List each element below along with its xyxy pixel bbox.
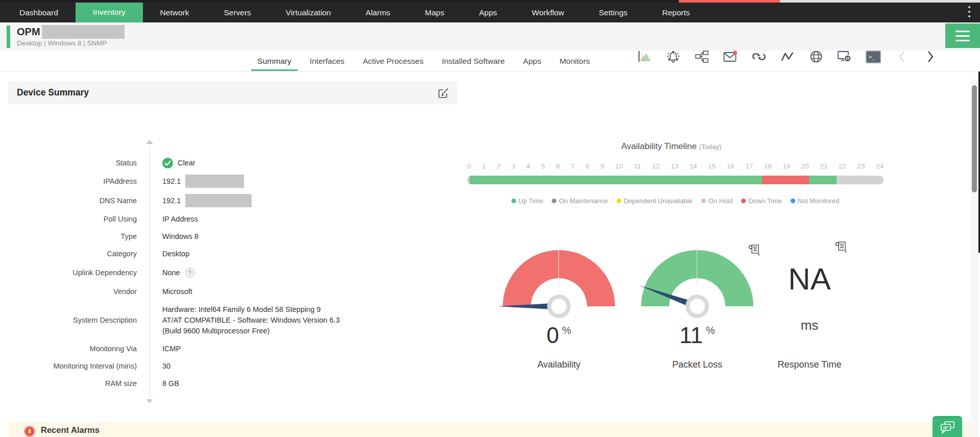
page-progress-red bbox=[679, 0, 780, 3]
availability-gauge: 0% Availability bbox=[503, 246, 615, 379]
field-label: Monitoring Interval (mins) bbox=[8, 362, 150, 370]
device-meta: Desktop | Windows 8 | SNMP bbox=[17, 39, 107, 47]
traffic-pulse-icon[interactable] bbox=[780, 49, 795, 64]
report-settings-icon[interactable] bbox=[748, 244, 761, 256]
tab-installed-software[interactable]: Installed Software bbox=[436, 51, 511, 71]
packet-loss-value: 11% bbox=[641, 323, 753, 348]
availability-value: 0% bbox=[503, 323, 615, 348]
summary-scroll-up-icon[interactable] bbox=[146, 140, 153, 144]
alarm-bell-icon[interactable] bbox=[666, 49, 681, 64]
vertical-scrollbar-thumb[interactable] bbox=[972, 85, 977, 192]
gauge-top-tick bbox=[697, 246, 697, 286]
summary-field-row: Monitoring ViaICMP bbox=[8, 340, 457, 357]
nav-item-dashboard[interactable]: Dashboard bbox=[2, 3, 76, 22]
nav-item-maps[interactable]: Maps bbox=[408, 3, 462, 22]
response-time-unit: ms bbox=[753, 318, 866, 333]
hour-tick: 18 bbox=[764, 162, 772, 170]
nav-item-reports[interactable]: Reports bbox=[645, 3, 707, 22]
hour-tick: 14 bbox=[689, 162, 697, 170]
availability-label: Availability bbox=[503, 359, 615, 370]
globe-icon[interactable] bbox=[808, 49, 824, 64]
field-label: RAM size bbox=[8, 379, 150, 387]
field-value: 30 bbox=[150, 362, 170, 370]
timeline-legend: Up TimeOn MaintenanceDependent Unavailab… bbox=[454, 197, 896, 205]
field-value: Clear bbox=[150, 158, 195, 168]
top-navigation-bar: DashboardInventoryNetworkServersVirtuali… bbox=[0, 0, 980, 22]
alarm-red-bell-icon bbox=[24, 426, 35, 437]
hour-tick: 9 bbox=[600, 162, 604, 170]
summary-field-row: CategoryDesktop bbox=[8, 245, 457, 262]
summary-field-row: Poll UsingIP Address bbox=[8, 210, 457, 228]
hour-tick: 24 bbox=[876, 162, 884, 170]
device-toolbar: >_ bbox=[637, 49, 938, 64]
timeline-segment[interactable] bbox=[762, 176, 809, 184]
nav-item-alarms[interactable]: Alarms bbox=[348, 3, 407, 22]
tab-interfaces[interactable]: Interfaces bbox=[304, 51, 351, 71]
remote-desktop-icon[interactable] bbox=[837, 49, 852, 64]
nav-item-inventory[interactable]: Inventory bbox=[76, 0, 143, 22]
field-value: Desktop bbox=[150, 250, 189, 258]
tab-monitors[interactable]: Monitors bbox=[553, 51, 596, 71]
summary-scroll-down-icon[interactable] bbox=[146, 399, 153, 403]
hour-tick: 4 bbox=[526, 162, 530, 170]
timeline-segment[interactable] bbox=[470, 176, 762, 184]
field-label: System Description bbox=[8, 316, 150, 324]
summary-field-row: System DescriptionHardware: Intel64 Fami… bbox=[8, 300, 457, 340]
menu-hamburger-icon[interactable] bbox=[945, 23, 980, 48]
timeline-segment[interactable] bbox=[809, 176, 837, 184]
legend-dot bbox=[701, 199, 706, 203]
tab-active-processes[interactable]: Active Processes bbox=[357, 51, 430, 71]
field-value: IP Address bbox=[150, 215, 198, 223]
chat-bubbles-icon[interactable] bbox=[933, 416, 962, 437]
nav-item-servers[interactable]: Servers bbox=[206, 3, 268, 22]
sync-icon[interactable] bbox=[751, 49, 767, 64]
performance-chart-icon[interactable] bbox=[637, 49, 652, 64]
legend-dot bbox=[617, 199, 621, 203]
hour-tick: 6 bbox=[556, 162, 560, 170]
summary-field-row: Uplink DependencyNone? bbox=[8, 262, 457, 283]
check-circle-icon bbox=[162, 158, 173, 168]
workflow-icon[interactable] bbox=[694, 49, 709, 64]
nav-item-settings[interactable]: Settings bbox=[581, 3, 645, 22]
gauge-hub bbox=[547, 295, 571, 318]
field-label: IPAddress bbox=[8, 177, 150, 185]
device-summary-title: Device Summary bbox=[17, 87, 89, 98]
edit-pencil-icon[interactable] bbox=[438, 87, 449, 99]
field-value: Hardware: Intel64 Family 6 Model 58 Step… bbox=[150, 304, 340, 336]
question-badge-icon[interactable]: ? bbox=[185, 268, 195, 278]
field-value: 192.1 bbox=[150, 175, 244, 188]
hour-tick: 3 bbox=[511, 162, 516, 170]
legend-item: Not Monitored bbox=[791, 197, 840, 205]
kebab-vertical-icon bbox=[968, 6, 970, 8]
chevron-right-icon[interactable] bbox=[923, 49, 938, 64]
nav-item-apps[interactable]: Apps bbox=[461, 3, 514, 22]
timeline-bar[interactable] bbox=[467, 176, 884, 184]
terminal-icon[interactable]: >_ bbox=[866, 49, 881, 64]
summary-field-row: VendorMicrosoft bbox=[8, 283, 457, 300]
hour-tick: 19 bbox=[782, 162, 790, 170]
nav-item-virtualization[interactable]: Virtualization bbox=[268, 3, 348, 22]
legend-item: Down Time bbox=[741, 197, 781, 205]
nav-item-workflow[interactable]: Workflow bbox=[514, 3, 581, 22]
mail-icon[interactable] bbox=[723, 49, 738, 64]
device-summary-fields: StatusClearIPAddress192.1DNS Name192.1Po… bbox=[8, 147, 457, 392]
legend-dot bbox=[741, 199, 746, 203]
nav-overflow-menu[interactable] bbox=[965, 6, 974, 17]
timeline-segment[interactable] bbox=[837, 176, 884, 184]
field-label: Monitoring Via bbox=[8, 345, 150, 353]
summary-field-row: DNS Name192.1 bbox=[8, 191, 457, 210]
legend-item: On Maintenance bbox=[552, 197, 607, 205]
timeline-subtitle: (Today) bbox=[699, 143, 721, 151]
tab-apps[interactable]: Apps bbox=[517, 51, 547, 71]
chevron-left-icon[interactable] bbox=[894, 49, 910, 64]
legend-item: Dependent Unavailable bbox=[617, 197, 693, 205]
nav-item-network[interactable]: Network bbox=[143, 3, 207, 22]
report-settings-icon[interactable] bbox=[835, 241, 847, 253]
device-summary-panel-header: Device Summary bbox=[8, 82, 457, 104]
hour-tick: 2 bbox=[497, 162, 501, 170]
recent-alarms-title: Recent Alarms bbox=[41, 425, 100, 435]
summary-field-row: TypeWindows 8 bbox=[8, 228, 457, 245]
tab-summary[interactable]: Summary bbox=[251, 51, 297, 71]
hour-tick: 21 bbox=[820, 162, 827, 170]
response-time-value: NA bbox=[753, 261, 866, 297]
